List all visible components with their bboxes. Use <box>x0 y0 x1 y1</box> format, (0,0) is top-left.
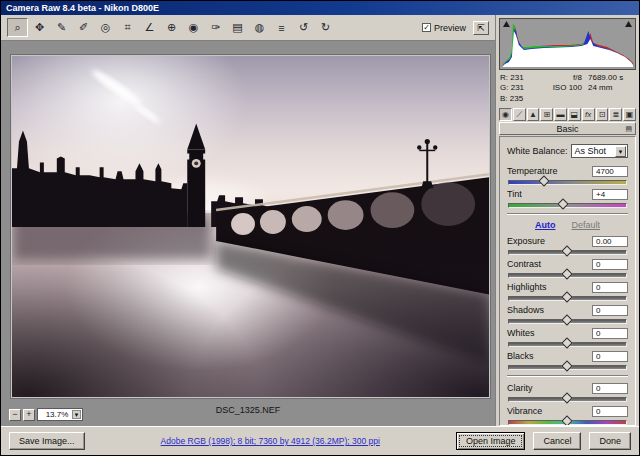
highlights-slider[interactable] <box>508 296 627 301</box>
spot-removal-tool[interactable]: ⊕ <box>161 18 182 37</box>
shadow-clip-warning-icon[interactable] <box>503 21 510 27</box>
split-toning-tab-icon: ▬ <box>557 110 565 119</box>
shadows-slider[interactable] <box>508 319 627 324</box>
radial-filter-tool[interactable]: ◍ <box>249 18 270 37</box>
slider-thumb[interactable] <box>561 269 572 280</box>
save-image-button[interactable]: Save Image... <box>9 432 85 450</box>
vibrance-value-input[interactable]: 0 <box>592 406 628 417</box>
tab-lens-corrections[interactable]: ⬓ <box>568 108 581 121</box>
title-bar[interactable]: Camera Raw 8.4 beta - Nikon D800E <box>1 1 639 15</box>
tab-effects[interactable]: fx <box>582 108 595 121</box>
red-eye-tool-icon: ◉ <box>189 21 199 34</box>
default-link[interactable]: Default <box>571 220 600 230</box>
slider-thumb[interactable] <box>561 315 572 326</box>
panel-header: Basic ▤ <box>499 122 636 135</box>
white-balance-tool[interactable]: ✎ <box>51 18 72 37</box>
preferences-tool[interactable]: ≡ <box>271 18 292 37</box>
highlights-value-input[interactable]: 0 <box>592 282 628 293</box>
temperature-label: Temperature <box>507 166 558 176</box>
slider-thumb[interactable] <box>561 338 572 349</box>
temperature-value-input[interactable]: 4700 <box>592 166 628 177</box>
white-balance-select[interactable]: As Shot ▼ <box>571 144 628 158</box>
targeted-adjustment-tool[interactable]: ◎ <box>95 18 116 37</box>
whites-slider[interactable] <box>508 342 627 347</box>
hsl-tab-icon: ⊞ <box>543 110 550 119</box>
clarity-slider[interactable] <box>508 397 627 402</box>
tab-split-toning[interactable]: ▬ <box>554 108 567 121</box>
b-value: 235 <box>510 94 523 103</box>
contrast-slider[interactable] <box>508 273 627 278</box>
open-image-button[interactable]: Open Image <box>456 432 526 450</box>
rotate-cw-tool[interactable]: ↻ <box>315 18 336 37</box>
whites-value-input[interactable]: 0 <box>592 328 628 339</box>
done-button[interactable]: Done <box>589 432 631 450</box>
tint-slider[interactable] <box>508 203 627 208</box>
g-value: 231 <box>511 83 524 92</box>
b-label: B: <box>500 94 508 103</box>
slider-temperature: Temperature4700 <box>507 165 628 185</box>
panel-menu-icon[interactable]: ▤ <box>625 125 632 133</box>
red-eye-tool[interactable]: ◉ <box>183 18 204 37</box>
zoom-out-button[interactable]: − <box>9 409 21 421</box>
fullscreen-toggle-button[interactable]: ⇱ <box>473 21 489 35</box>
slider-thumb[interactable] <box>539 176 550 187</box>
temperature-slider[interactable] <box>508 180 627 185</box>
workflow-options-link[interactable]: Adobe RGB (1998); 8 bit; 7360 by 4912 (3… <box>93 436 448 446</box>
hand-tool-icon: ✥ <box>35 21 44 34</box>
adjustments-panel: R: 231 G: 231 B: 235 f/87689.00 s ISO 10… <box>495 15 639 426</box>
effects-tab-icon: fx <box>585 110 591 119</box>
vibrance-slider[interactable] <box>508 420 627 425</box>
contrast-value-input[interactable]: 0 <box>592 259 628 270</box>
rotate-ccw-icon: ↺ <box>299 21 308 34</box>
tab-detail[interactable]: ▲ <box>527 108 540 121</box>
basic-tab-icon: ◉ <box>502 110 509 119</box>
tab-tone-curve[interactable]: ⟋ <box>513 108 526 121</box>
tint-value-input[interactable]: +4 <box>592 189 628 200</box>
slider-whites: Whites0 <box>507 327 628 347</box>
photo-canvas[interactable] <box>11 55 490 398</box>
blacks-slider[interactable] <box>508 365 627 370</box>
histogram-canvas <box>500 19 635 69</box>
slider-thumb[interactable] <box>561 292 572 303</box>
hand-tool[interactable]: ✥ <box>29 18 50 37</box>
clarity-value-input[interactable]: 0 <box>592 383 628 394</box>
rotate-ccw-tool[interactable]: ↺ <box>293 18 314 37</box>
tab-presets[interactable]: ≣ <box>609 108 622 121</box>
zoom-in-button[interactable]: + <box>23 409 35 421</box>
slider-thumb[interactable] <box>561 361 572 372</box>
tab-hsl-grayscale[interactable]: ⊞ <box>540 108 553 121</box>
slider-thumb[interactable] <box>557 199 568 210</box>
zoom-tool-icon: ⌕ <box>14 21 20 34</box>
preview-toggle[interactable]: ✓ Preview <box>422 23 466 33</box>
zoom-tool[interactable]: ⌕ <box>7 18 28 37</box>
preview-checkbox[interactable]: ✓ <box>422 23 431 32</box>
camera-calibration-tab-icon: ⊡ <box>599 110 606 119</box>
graduated-filter-tool[interactable]: ▤ <box>227 18 248 37</box>
adjustment-brush-tool-icon: ✑ <box>211 21 220 34</box>
exposure-slider[interactable] <box>508 250 627 255</box>
color-sampler-tool[interactable]: ✐ <box>73 18 94 37</box>
straighten-tool[interactable]: ∠ <box>139 18 160 37</box>
slider-thumb[interactable] <box>561 246 572 257</box>
tab-basic[interactable]: ◉ <box>499 108 512 121</box>
capture-settings: f/87689.00 s ISO 10024 mm <box>546 73 635 104</box>
blacks-value-input[interactable]: 0 <box>592 351 628 362</box>
highlight-clip-warning-icon[interactable] <box>625 21 632 27</box>
slider-thumb[interactable] <box>561 393 572 404</box>
iso-value: ISO 100 <box>546 83 588 93</box>
tool-bar: ⌕ ✥ ✎ ✐ ◎ ⌗ ∠ ⊕ ◉ ✑ ▤ ◍ ≡ ↺ ↻ ✓ Preview <box>1 15 495 41</box>
shadows-value-input[interactable]: 0 <box>592 305 628 316</box>
rgb-readout: R: 231 G: 231 B: 235 <box>500 73 546 104</box>
tab-camera-calibration[interactable]: ⊡ <box>596 108 609 121</box>
straighten-tool-icon: ∠ <box>145 21 155 34</box>
highlights-label: Highlights <box>507 282 547 292</box>
cancel-button[interactable]: Cancel <box>533 432 581 450</box>
zoom-level-select[interactable]: 13.7% ▼ <box>37 408 83 421</box>
exposure-value-input[interactable]: 0.00 <box>592 236 628 247</box>
crop-tool[interactable]: ⌗ <box>117 18 138 37</box>
whites-label: Whites <box>507 328 535 338</box>
adjustment-brush-tool[interactable]: ✑ <box>205 18 226 37</box>
spot-removal-tool-icon: ⊕ <box>167 21 176 34</box>
auto-link[interactable]: Auto <box>535 220 556 230</box>
tab-snapshots[interactable]: ▣ <box>623 108 636 121</box>
